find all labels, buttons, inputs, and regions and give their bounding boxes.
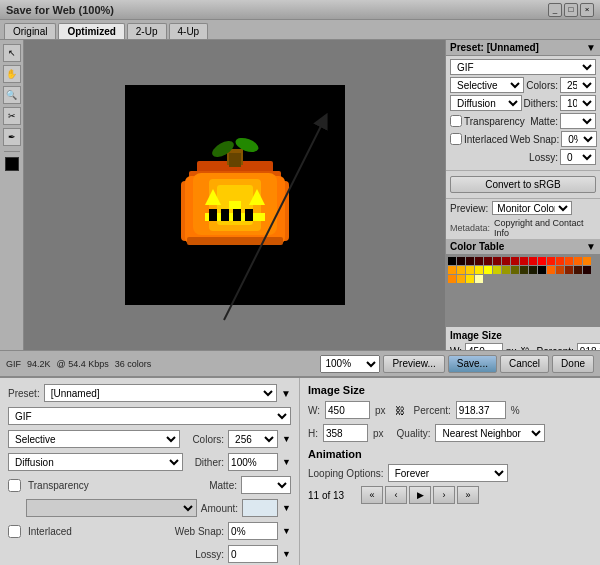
matte-ll-select[interactable] <box>241 476 291 494</box>
cancel-button[interactable]: Cancel <box>500 355 549 373</box>
preview-button[interactable]: Preview... <box>383 355 444 373</box>
chain-icon[interactable]: ⛓ <box>520 346 530 351</box>
color-swatch[interactable] <box>547 257 555 265</box>
color-swatch[interactable] <box>448 257 456 265</box>
img-percent-input[interactable]: 918.37 <box>577 343 600 350</box>
close-button[interactable]: × <box>580 3 594 17</box>
color-swatch[interactable] <box>529 266 537 274</box>
websnap-ll-input[interactable] <box>228 522 278 540</box>
color-swatch[interactable] <box>466 275 474 283</box>
reduction-select[interactable]: Selective <box>450 77 524 93</box>
color-swatch[interactable] <box>529 257 537 265</box>
amount-color-select[interactable] <box>26 499 197 517</box>
dither-ll-select[interactable]: Diffusion <box>8 453 183 471</box>
color-swatch[interactable] <box>574 257 582 265</box>
lr-play-btn[interactable]: ▶ <box>409 486 431 504</box>
tab-4up[interactable]: 4-Up <box>169 23 209 39</box>
save-button[interactable]: Save... <box>448 355 497 373</box>
color-swatch[interactable] <box>475 275 483 283</box>
color-swatch[interactable] <box>583 266 591 274</box>
slice-tool[interactable]: ✂ <box>3 107 21 125</box>
color-swatch[interactable] <box>475 266 483 274</box>
transparency-checkbox[interactable] <box>450 115 462 127</box>
color-swatch[interactable] <box>484 257 492 265</box>
lossy-select[interactable]: 0 <box>560 149 596 165</box>
color-swatch[interactable] <box>475 257 483 265</box>
hand-tool[interactable]: ✋ <box>3 65 21 83</box>
tab-2up[interactable]: 2-Up <box>127 23 167 39</box>
done-button[interactable]: Done <box>552 355 594 373</box>
interlaced-checkbox[interactable] <box>450 133 462 145</box>
websnap-arrow[interactable]: ▼ <box>282 526 291 536</box>
amount-arrow[interactable]: ▼ <box>282 503 291 513</box>
lr-percent-input[interactable] <box>456 401 506 419</box>
color-swatch[interactable] <box>556 257 564 265</box>
color-swatch[interactable] <box>466 266 474 274</box>
color-swatch[interactable] <box>502 266 510 274</box>
color-swatch[interactable] <box>547 266 555 274</box>
reduction-ll-select[interactable]: Selective <box>8 430 180 448</box>
color-swatch[interactable] <box>556 266 564 274</box>
color-swatch[interactable] <box>484 266 492 274</box>
color-swatch[interactable] <box>493 266 501 274</box>
color-swatch[interactable] <box>565 257 573 265</box>
lr-chain-icon[interactable]: ⛓ <box>395 405 405 416</box>
dither-select[interactable]: Diffusion <box>450 95 522 111</box>
lr-next-btn[interactable]: › <box>433 486 455 504</box>
preset-select[interactable]: [Unnamed] <box>44 384 277 402</box>
colors-arrow[interactable]: ▼ <box>282 434 291 444</box>
transparency-ll-checkbox[interactable] <box>8 479 21 492</box>
color-swatch[interactable] <box>502 257 510 265</box>
dither-amt-input[interactable] <box>228 453 278 471</box>
lr-quality-select[interactable]: Nearest Neighbor <box>435 424 545 442</box>
lr-h-input[interactable] <box>323 424 368 442</box>
color-swatch[interactable] <box>448 275 456 283</box>
lossy-ll-input[interactable] <box>228 545 278 563</box>
color-swatch[interactable] <box>511 257 519 265</box>
color-swatch[interactable] <box>457 266 465 274</box>
colors-select[interactable]: 256 <box>560 77 596 93</box>
minimize-button[interactable]: _ <box>548 3 562 17</box>
lossy-arrow[interactable]: ▼ <box>282 549 291 559</box>
interlaced-ll-checkbox[interactable] <box>8 525 21 538</box>
color-swatch[interactable] <box>511 266 519 274</box>
zoom-tool[interactable]: 🔍 <box>3 86 21 104</box>
color-swatch[interactable] <box>466 257 474 265</box>
color-swatch[interactable] <box>574 266 582 274</box>
lr-first-btn[interactable]: « <box>361 486 383 504</box>
tab-original[interactable]: Original <box>4 23 56 39</box>
color-swatch[interactable] <box>538 257 546 265</box>
color-swatch[interactable] <box>520 266 528 274</box>
color-table-menu[interactable]: ▼ <box>586 241 596 252</box>
tab-optimized[interactable]: Optimized <box>58 23 124 39</box>
img-w-input[interactable]: 450 <box>465 343 503 350</box>
dither-amount-select[interactable]: 100% <box>560 95 596 111</box>
color-swatch[interactable] <box>457 275 465 283</box>
lr-prev-btn[interactable]: ‹ <box>385 486 407 504</box>
amount-input[interactable] <box>242 499 278 517</box>
arrow-tool[interactable]: ↖ <box>3 44 21 62</box>
preset-arrow[interactable]: ▼ <box>281 388 291 399</box>
color-swatch[interactable] <box>493 257 501 265</box>
convert-button[interactable]: Convert to sRGB <box>450 176 596 193</box>
preset-menu-icon[interactable]: ▼ <box>586 42 596 53</box>
dither-arrow[interactable]: ▼ <box>282 457 291 467</box>
matte-select[interactable] <box>560 113 596 129</box>
color-swatch[interactable] <box>448 266 456 274</box>
websnap-select[interactable]: 0% <box>561 131 597 147</box>
color-swatch[interactable] <box>583 257 591 265</box>
foreground-color[interactable] <box>5 157 19 171</box>
colors-ll-select[interactable]: 256 <box>228 430 278 448</box>
color-swatch[interactable] <box>538 266 546 274</box>
maximize-button[interactable]: □ <box>564 3 578 17</box>
lr-last-btn[interactable]: » <box>457 486 479 504</box>
zoom-select[interactable]: 100% <box>320 355 380 373</box>
eyedropper-tool[interactable]: ✒ <box>3 128 21 146</box>
lr-w-input[interactable] <box>325 401 370 419</box>
color-swatch[interactable] <box>457 257 465 265</box>
format-ll-select[interactable]: GIF <box>8 407 291 425</box>
format-select[interactable]: GIF <box>450 59 596 75</box>
preview-select[interactable]: Monitor Color <box>492 201 572 215</box>
color-swatch[interactable] <box>565 266 573 274</box>
color-swatch[interactable] <box>520 257 528 265</box>
